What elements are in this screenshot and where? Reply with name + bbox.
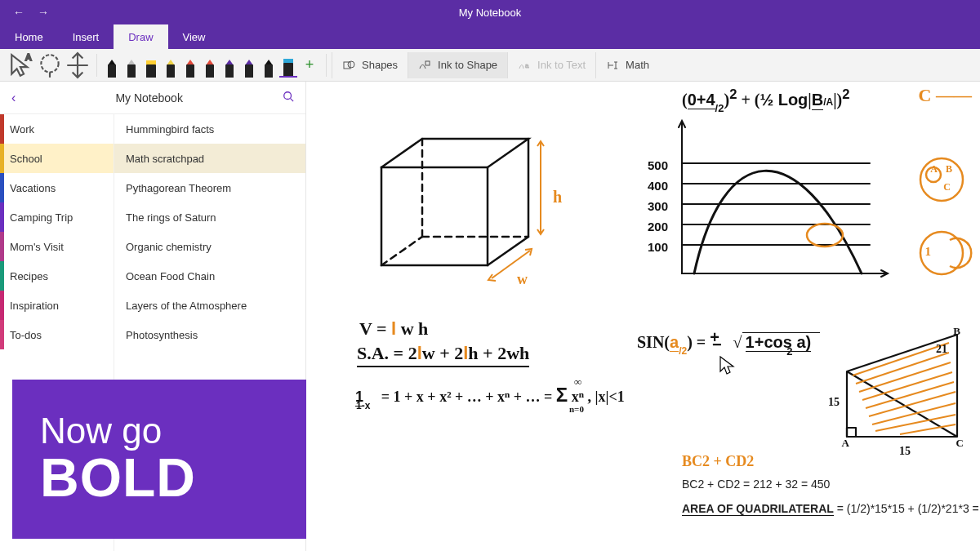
ink-sin: SIN(a/2) = +− √1+cos a)2: [637, 333, 820, 352]
pen-1[interactable]: [122, 53, 140, 78]
mouse-cursor-icon: [719, 355, 737, 376]
ink-bc-cd: BC2 + CD2: [682, 453, 754, 470]
sidebar-title: My Notebook: [115, 91, 182, 104]
math-button[interactable]: Math: [595, 52, 659, 78]
ink-annotation-c: C ――: [919, 85, 972, 106]
pen-8[interactable]: [260, 53, 278, 78]
ink-graph: [649, 114, 894, 290]
ink-cube: [357, 127, 553, 294]
ink-series: 11-x = 1 + x + x² + … + xⁿ + … = Σ xⁿ , …: [355, 384, 625, 407]
section-to-dos[interactable]: To-dos: [0, 320, 114, 349]
shapes-button[interactable]: Shapes: [332, 52, 408, 78]
section-inspiration[interactable]: Inspiration: [0, 291, 114, 320]
page-ocean-food-chain[interactable]: Ocean Food Chain: [114, 261, 305, 291]
pen-4[interactable]: [181, 53, 199, 78]
lasso-tool-icon[interactable]: [36, 51, 64, 79]
section-mom-s-visit[interactable]: Mom's Visit: [0, 232, 114, 261]
title-bar: ← → My Notebook: [0, 0, 980, 24]
menu-insert[interactable]: Insert: [58, 24, 114, 49]
page-the-rings-of-saturn[interactable]: The rings of Saturn: [114, 202, 305, 232]
math-label: Math: [626, 59, 649, 71]
menu-home[interactable]: Home: [0, 24, 58, 49]
ribbon-draw: A + Shapes Ink to Shape a Ink to Text Ma…: [0, 49, 980, 82]
ink-series-sup: ∞: [574, 375, 581, 389]
svg-point-1: [41, 55, 58, 72]
ink-tri-21: 21: [936, 343, 947, 356]
pen-7[interactable]: [240, 53, 258, 78]
ink-venn: [902, 155, 980, 318]
pen-3[interactable]: [162, 53, 180, 78]
section-work[interactable]: Work: [0, 114, 114, 144]
shapes-label: Shapes: [362, 59, 398, 71]
section-school[interactable]: School: [0, 144, 114, 173]
svg-text:a: a: [525, 62, 529, 69]
back-arrow-icon[interactable]: ←: [13, 6, 24, 19]
ink-venn-a: A: [930, 163, 938, 176]
select-tool-icon[interactable]: A: [8, 51, 36, 79]
ink-to-shape-button[interactable]: Ink to Shape: [408, 52, 507, 78]
forward-arrow-icon[interactable]: →: [38, 6, 49, 19]
ink-tri-15a: 15: [828, 396, 840, 409]
svg-point-3: [348, 61, 354, 68]
svg-point-7: [807, 224, 843, 247]
promo-banner: Now go BOLD: [12, 380, 306, 539]
page-organic-chemistry[interactable]: Organic chemistry: [114, 232, 305, 261]
pen-2[interactable]: [142, 53, 160, 78]
pen-6[interactable]: [220, 53, 238, 78]
pan-tool-icon[interactable]: [64, 51, 91, 79]
page-layers-of-the-atmosphere[interactable]: Layers of the Atmosphere: [114, 291, 305, 320]
ink-to-shape-label: Ink to Shape: [438, 59, 497, 71]
ink-tri-a: A: [842, 437, 849, 450]
ink-surface-area: S.A. = 2lw + 2lh + 2wh: [357, 343, 529, 367]
menu-view[interactable]: View: [168, 24, 220, 49]
ink-label-w: w: [517, 271, 528, 288]
ink-to-text-button: a Ink to Text: [507, 52, 595, 78]
pen-9[interactable]: [279, 53, 297, 78]
section-camping-trip[interactable]: Camping Trip: [0, 202, 114, 232]
banner-line-1: Now go: [40, 411, 306, 451]
section-vacations[interactable]: Vacations: [0, 173, 114, 202]
menu-bar: Home Insert Draw View: [0, 24, 980, 49]
page-hummingbird-facts[interactable]: Hummingbird facts: [114, 114, 305, 144]
svg-rect-4: [425, 61, 430, 65]
svg-text:A: A: [25, 51, 32, 61]
ink-series-sub: n=0: [569, 404, 584, 414]
search-icon[interactable]: [283, 91, 294, 104]
ink-venn-1: 1: [925, 245, 932, 259]
add-pen-button[interactable]: +: [298, 54, 321, 77]
svg-rect-11: [847, 428, 856, 437]
ink-venn-c: C: [943, 181, 951, 193]
text-area-quad: AREA OF QUADRILATERAL = (1/2)*15*15 + (1…: [682, 502, 979, 516]
ink-volume: V = l w h: [359, 318, 428, 340]
ink-formula-top: (0+4/2)2 + (½ Log|B/A|)2: [682, 87, 850, 110]
page-pythagorean-theorem[interactable]: Pythagorean Theorem: [114, 173, 305, 202]
pen-0[interactable]: [103, 53, 121, 78]
banner-line-2: BOLD: [40, 447, 306, 509]
ink-label-h: h: [553, 188, 562, 207]
separator: [326, 54, 327, 77]
ink-graph-yaxis: 500400300200100: [648, 155, 668, 257]
pen-gallery: [102, 53, 298, 78]
svg-point-6: [284, 92, 292, 100]
ink-tri-15b: 15: [899, 445, 911, 458]
ink-triangle: [835, 327, 973, 449]
separator: [96, 54, 97, 77]
sidebar-back-icon[interactable]: ‹: [11, 91, 16, 105]
menu-draw[interactable]: Draw: [114, 24, 167, 49]
ink-tri-c: C: [956, 437, 964, 450]
ink-to-text-label: Ink to Text: [537, 59, 586, 71]
window-title: My Notebook: [459, 7, 522, 19]
pen-5[interactable]: [201, 53, 219, 78]
text-bc-equation: BC2 + CD2 = 212 + 32 = 450: [682, 478, 830, 491]
section-recipes[interactable]: Recipes: [0, 261, 114, 291]
page-photosynthesis[interactable]: Photosynthesis: [114, 320, 305, 349]
ink-venn-b: B: [946, 163, 952, 176]
ink-tri-b: B: [953, 325, 960, 338]
page-math-scratchpad[interactable]: Math scratchpad: [114, 144, 305, 173]
note-canvas[interactable]: (0+4/2)2 + (½ Log|B/A|)2 C ―― h w: [306, 82, 980, 551]
